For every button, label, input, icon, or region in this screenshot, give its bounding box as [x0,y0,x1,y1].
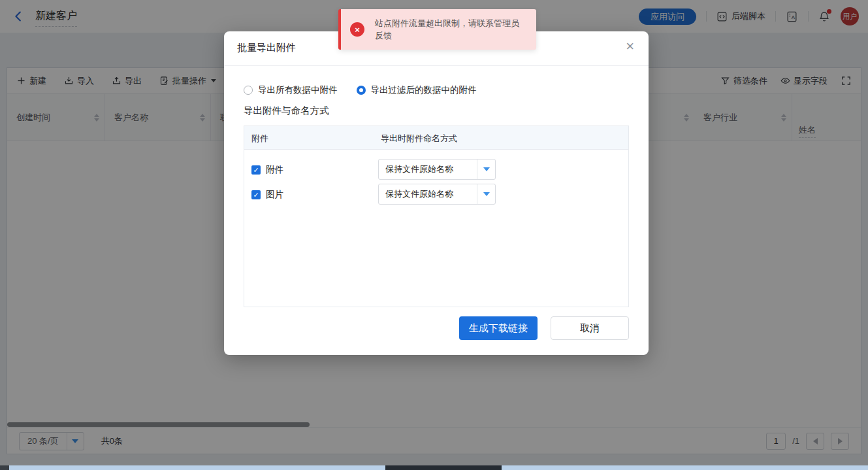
error-icon: × [350,22,364,37]
attachment-row-label: 附件 [266,164,283,176]
radio-export-filtered-label: 导出过滤后的数据中的附件 [371,84,477,96]
generate-link-button[interactable]: 生成下载链接 [459,316,538,340]
cancel-button[interactable]: 取消 [551,316,629,340]
error-message: 站点附件流量超出限制，请联系管理员反馈 [375,17,524,42]
error-toast: × 站点附件流量超出限制，请联系管理员反馈 [338,9,536,50]
chevron-down-icon [477,159,495,179]
bottom-edge-segment [385,465,502,470]
attachment-naming-table: 附件 导出时附件命名方式 ✓ 附件 保持文件原始名称 ✓ 图片 [244,126,629,307]
attachment-checkbox-group: ✓ 图片 [251,189,283,201]
naming-select-value: 保持文件原始名称 [379,159,477,179]
radio-export-all[interactable] [244,86,253,95]
screen: 新建客户 应用访问 后端脚本 A 用户 [0,0,868,470]
batch-export-modal: 批量导出附件 × 导出所有数据中附件 导出过滤后的数据中的附件 导出附件与命名方… [224,31,649,355]
modal-title: 批量导出附件 [237,42,296,54]
attachment-checkbox-group: ✓ 附件 [251,164,283,176]
chevron-down-icon [477,184,495,204]
naming-select-value: 保持文件原始名称 [379,184,477,204]
naming-select[interactable]: 保持文件原始名称 [378,159,496,180]
section-label: 导出附件与命名方式 [244,105,329,117]
bottom-window-edge [0,465,868,470]
export-scope-radio-group: 导出所有数据中附件 导出过滤后的数据中的附件 [244,84,496,96]
attachment-table-header: 附件 导出时附件命名方式 [244,126,628,150]
attachment-row-label: 图片 [266,189,283,201]
close-icon[interactable]: × [626,39,634,54]
bottom-edge-segment [0,465,9,470]
radio-export-all-label: 导出所有数据中附件 [258,84,338,96]
naming-select[interactable]: 保持文件原始名称 [378,184,496,205]
column-attachment-label: 附件 [251,133,268,144]
checkbox-checked-icon[interactable]: ✓ [251,165,261,175]
checkbox-checked-icon[interactable]: ✓ [251,190,261,199]
radio-export-filtered[interactable] [357,86,366,95]
column-naming-label: 导出时附件命名方式 [381,133,457,144]
attachment-row: ✓ 附件 保持文件原始名称 [244,159,628,180]
divider [224,65,649,66]
attachment-row: ✓ 图片 保持文件原始名称 [244,184,628,205]
